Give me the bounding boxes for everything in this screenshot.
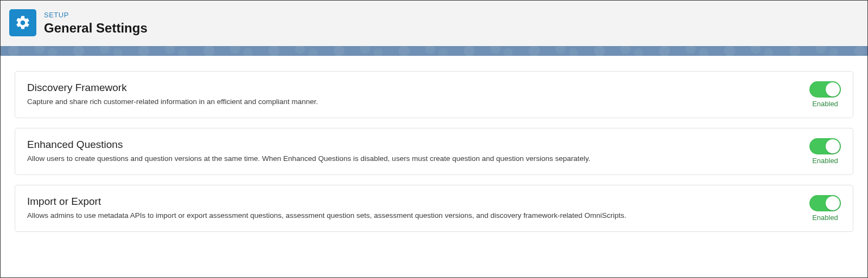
toggle-state-label: Enabled (812, 157, 838, 165)
page-title: General Settings (44, 21, 148, 35)
setting-card-enhanced-questions: Enhanced Questions Allow users to create… (15, 128, 853, 175)
setting-info: Enhanced Questions Allow users to create… (27, 139, 809, 164)
toggle-block: Enabled (809, 195, 841, 222)
setting-title: Discovery Framework (27, 82, 788, 94)
setting-title: Import or Export (27, 196, 788, 208)
gear-icon (9, 9, 36, 36)
breadcrumb: SETUP (44, 11, 148, 19)
gear-icon-svg (15, 15, 31, 31)
header-text: SETUP General Settings (44, 11, 148, 35)
toggle-block: Enabled (809, 138, 841, 165)
toggle-switch[interactable] (809, 81, 841, 98)
page-header: SETUP General Settings (1, 1, 867, 46)
setting-description: Allow users to create questions and ques… (27, 154, 788, 164)
toggle-knob (826, 139, 840, 153)
setting-info: Import or Export Allows admins to use me… (27, 196, 809, 221)
toggle-switch[interactable] (809, 195, 841, 211)
setting-description: Allows admins to use metadata APIs to im… (27, 211, 788, 221)
setting-title: Enhanced Questions (27, 139, 788, 151)
setting-card-discovery-framework: Discovery Framework Capture and share ri… (15, 71, 853, 118)
setting-card-import-export: Import or Export Allows admins to use me… (15, 185, 853, 232)
toggle-switch[interactable] (809, 138, 841, 154)
toggle-knob (826, 196, 840, 210)
setting-info: Discovery Framework Capture and share ri… (27, 82, 809, 107)
toggle-block: Enabled (809, 81, 841, 108)
content-area: Discovery Framework Capture and share ri… (1, 56, 867, 232)
toggle-state-label: Enabled (812, 214, 838, 222)
toggle-state-label: Enabled (812, 100, 838, 108)
toggle-knob (826, 82, 840, 96)
decorative-divider (1, 46, 867, 56)
setting-description: Capture and share rich customer-related … (27, 97, 788, 107)
